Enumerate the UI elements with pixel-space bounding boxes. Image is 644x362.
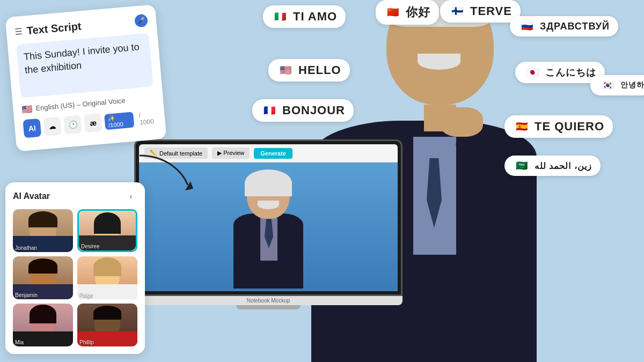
benjamin-name: Benjamin	[15, 292, 38, 298]
text-terve: TERVE	[470, 4, 512, 18]
laptop-avatar	[231, 165, 306, 289]
flag-korea: 🇰🇷	[599, 79, 616, 91]
ai-button[interactable]: AI	[23, 119, 41, 138]
ai-badge: ✨ /1000	[104, 112, 134, 130]
time-button[interactable]: 🕐	[63, 115, 82, 135]
phillip-name: Phillip	[79, 339, 94, 345]
text-zdravstvuy: ЗДРАВСТВУЙ	[540, 21, 610, 32]
text-hello: HELLO	[298, 63, 341, 77]
bubble-annyeong: 🇰🇷 안녕하세요	[590, 75, 644, 95]
avatar-jonathan[interactable]: Jonathan	[13, 209, 73, 252]
text-te-quiero: TE QUIERO	[535, 120, 604, 134]
person-hand	[440, 107, 483, 137]
flag-russia: 🇷🇺	[518, 20, 536, 32]
text-konnichiwa: こんにちは	[545, 66, 596, 79]
bubble-hello: 🇺🇸 HELLO	[268, 59, 350, 82]
preview-button[interactable]: ▶ Preview	[212, 147, 250, 159]
lang-flag: 🇺🇸	[21, 104, 33, 115]
avatar-benjamin[interactable]: Benjamin	[13, 256, 73, 299]
flag-spain: 🇪🇸	[513, 121, 530, 132]
bubble-ti-amo: 🇮🇹 TI AMO	[263, 5, 346, 28]
script-toolbar[interactable]: AI ☁ 🕐 æ ✨ /1000 / 1000	[23, 108, 157, 138]
avatar-paige[interactable]: Paige	[77, 256, 137, 299]
paige-hair	[93, 257, 121, 276]
phillip-hair	[93, 306, 121, 320]
menu-icon: ☰	[14, 26, 23, 36]
text-annyeong: 안녕하세요	[620, 80, 644, 90]
panel-collapse-button[interactable]: ‹	[125, 190, 137, 203]
text-ti-amo: TI AMO	[293, 10, 337, 24]
mia-name: Mia	[15, 339, 24, 345]
avatar-desiree[interactable]: Desiree	[77, 209, 137, 252]
avatar-mia[interactable]: Mia	[13, 304, 73, 346]
char-count: / 1000	[138, 110, 157, 127]
generate-button[interactable]: Generate	[254, 148, 292, 159]
desiree-hair	[94, 212, 121, 234]
avatar-phillip[interactable]: Phillip	[77, 304, 137, 346]
flag-usa: 🇺🇸	[277, 64, 294, 76]
flag-japan: 🇯🇵	[524, 67, 541, 78]
notebook-label: Notebook Mockup	[134, 296, 402, 305]
text-script-card: ☰ Text Script 🎤 This Sunday! I invite yo…	[5, 4, 167, 151]
text-nihao: 你好	[406, 4, 430, 20]
font-button[interactable]: æ	[84, 113, 103, 133]
bubble-bonjour: 🇫🇷 BONJOUR	[252, 99, 354, 122]
bubble-te-quiero: 🇪🇸 TE QUIERO	[504, 115, 613, 138]
bubble-zain: 🇸🇦 زين، الحمد لله	[504, 156, 601, 176]
mia-hair	[30, 305, 56, 323]
flag-france: 🇫🇷	[261, 105, 278, 116]
text-script-content[interactable]: This Sunday! I invite you to the exhibit…	[16, 33, 153, 98]
text-bonjour: BONJOUR	[282, 104, 345, 117]
laptop-stand	[236, 305, 301, 309]
flag-finland: 🇫🇮	[449, 5, 466, 17]
jonathan-name: Jonathan	[15, 245, 37, 251]
jonathan-hair	[28, 211, 57, 227]
panel-title: AI Avatar	[13, 191, 50, 201]
bubble-zdravstvuy: 🇷🇺 ЗДРАВСТВУЙ	[510, 16, 618, 36]
desiree-name: Desiree	[81, 243, 99, 249]
mic-icon[interactable]: 🎤	[134, 14, 148, 28]
script-body-text: This Sunday! I invite you to the exhibit…	[23, 41, 140, 76]
cloud-button[interactable]: ☁	[43, 116, 62, 136]
paige-name: Paige	[79, 292, 93, 298]
bubble-nihao: 🇨🇳 你好	[376, 0, 439, 25]
flag-china: 🇨🇳	[384, 6, 401, 18]
bubble-terve: 🇫🇮 TERVE	[440, 0, 521, 23]
lp-beard	[258, 201, 279, 209]
text-zain: زين، الحمد لله	[535, 161, 592, 171]
benjamin-hair	[28, 258, 57, 274]
person-beard	[418, 54, 460, 70]
lp-hair	[245, 169, 292, 196]
flag-saudi: 🇸🇦	[513, 160, 530, 172]
ai-avatar-panel: AI Avatar ‹ Jonathan Desiree	[5, 182, 145, 354]
avatar-grid: Jonathan Desiree Benjamin	[13, 209, 137, 346]
panel-header: AI Avatar ‹	[13, 190, 137, 203]
text-script-title: Text Script	[26, 20, 82, 37]
flag-italy: 🇮🇹	[272, 11, 289, 23]
